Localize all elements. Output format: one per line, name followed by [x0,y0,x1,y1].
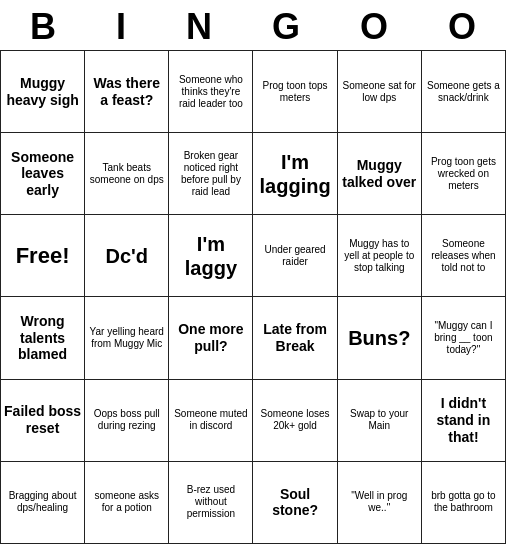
cell-14[interactable]: I'm laggy [169,215,253,297]
cell-2[interactable]: Someone who thinks they're raid leader t… [169,51,253,133]
cell-32[interactable]: B-rez used without permission [169,462,253,544]
cell-1[interactable]: Was there a feast? [85,51,169,133]
cell-15[interactable]: Under geared raider [253,215,337,297]
cell-3[interactable]: Prog toon tops meters [253,51,337,133]
cell-26[interactable]: Someone muted in discord [169,380,253,462]
cell-4[interactable]: Someone sat for low dps [338,51,422,133]
cell-6[interactable]: Someone leaves early [1,133,85,215]
cell-28[interactable]: Swap to your Main [338,380,422,462]
cell-30[interactable]: Bragging about dps/healing [1,462,85,544]
bingo-grid: Muggy heavy sighWas there a feast?Someon… [0,50,506,544]
cell-22[interactable]: Buns? [338,297,422,379]
cell-18[interactable]: Wrong talents blamed [1,297,85,379]
cell-34[interactable]: "Well in prog we.." [338,462,422,544]
cell-11[interactable]: Prog toon gets wrecked on meters [422,133,506,215]
title-letter-o2: O [430,6,494,48]
cell-31[interactable]: someone asks for a potion [85,462,169,544]
title-letter-n: N [168,6,230,48]
cell-27[interactable]: Someone loses 20k+ gold [253,380,337,462]
cell-23[interactable]: "Muggy can I bring __ toon today?" [422,297,506,379]
cell-7[interactable]: Tank beats someone on dps [85,133,169,215]
bingo-title: B I N G O O [0,0,506,50]
cell-0[interactable]: Muggy heavy sigh [1,51,85,133]
cell-17[interactable]: Someone releases when told not to [422,215,506,297]
title-letter-g: G [254,6,318,48]
cell-12[interactable]: Free! [1,215,85,297]
title-letter-b: B [12,6,74,48]
cell-19[interactable]: Yar yelling heard from Muggy Mic [85,297,169,379]
cell-25[interactable]: Oops boss pull during rezing [85,380,169,462]
cell-8[interactable]: Broken gear noticed right before pull by… [169,133,253,215]
cell-9[interactable]: I'm lagging [253,133,337,215]
cell-16[interactable]: Muggy has to yell at people to stop talk… [338,215,422,297]
cell-20[interactable]: One more pull? [169,297,253,379]
cell-5[interactable]: Someone gets a snack/drink [422,51,506,133]
cell-29[interactable]: I didn't stand in that! [422,380,506,462]
cell-33[interactable]: Soul stone? [253,462,337,544]
cell-35[interactable]: brb gotta go to the bathroom [422,462,506,544]
cell-13[interactable]: Dc'd [85,215,169,297]
title-letter-o1: O [342,6,406,48]
cell-21[interactable]: Late from Break [253,297,337,379]
title-letter-i: I [98,6,144,48]
cell-10[interactable]: Muggy talked over [338,133,422,215]
cell-24[interactable]: Failed boss reset [1,380,85,462]
